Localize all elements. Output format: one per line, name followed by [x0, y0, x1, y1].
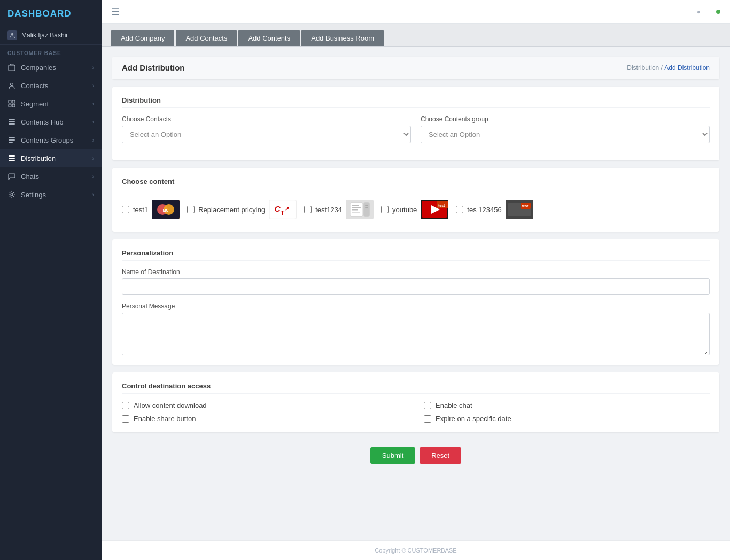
sidebar-item-companies-label: Companies: [21, 64, 56, 72]
svg-rect-4: [9, 100, 11, 103]
svg-rect-8: [9, 119, 15, 120]
content-checkbox-test1[interactable]: [122, 206, 129, 213]
svg-point-3: [11, 83, 13, 86]
topbar-right: ●───: [697, 9, 720, 15]
distribution-chevron: ›: [92, 155, 94, 161]
sidebar-item-settings-label: Settings: [21, 191, 46, 199]
svg-text:test: test: [522, 204, 529, 208]
add-business-room-tab[interactable]: Add Business Room: [301, 30, 384, 46]
svg-point-17: [11, 193, 13, 196]
content-thumb-tes123456: test: [506, 200, 533, 219]
choose-content-title: Choose content: [122, 177, 710, 189]
user-icon: [7, 30, 17, 40]
svg-text:test: test: [438, 204, 445, 207]
main-content: ☰ ●─── Add Company Add Contacts Add Cont…: [102, 0, 730, 560]
sidebar-item-contacts[interactable]: Contacts ›: [0, 76, 102, 95]
sidebar-item-segment-label: Segment: [21, 100, 49, 108]
distribution-section-title: Distribution: [122, 96, 710, 108]
sidebar-item-chats[interactable]: Chats ›: [0, 167, 102, 185]
svg-rect-2: [9, 65, 15, 71]
access-item-enable-share: Enable share button: [122, 415, 408, 423]
content-item-replacement: Replacement pricying C T ↗: [187, 200, 297, 219]
svg-rect-16: [9, 160, 15, 161]
add-company-tab[interactable]: Add Company: [111, 30, 174, 46]
svg-rect-31: [352, 212, 360, 213]
add-contents-tab[interactable]: Add Contents: [238, 30, 300, 46]
sidebar-item-settings[interactable]: Settings ›: [0, 185, 102, 204]
page-header: Add Distribution Distribution / Add Dist…: [112, 57, 719, 79]
content-label-test1: test1: [133, 206, 148, 214]
reset-button[interactable]: Reset: [420, 447, 461, 464]
svg-text:MC: MC: [163, 208, 169, 212]
control-access-title: Control destination access: [122, 382, 710, 394]
control-access-body: Control destination access Allow content…: [112, 372, 719, 432]
choose-contacts-select[interactable]: Select an Option: [122, 126, 411, 143]
breadcrumb: Distribution / Add Distribution: [627, 64, 710, 72]
customer-base-label: CUSTOMER BASE: [0, 45, 102, 58]
choose-content-card: Choose content test1 MC: [112, 168, 719, 232]
content-thumb-test1: MC: [152, 200, 180, 219]
content-checkbox-tes123456[interactable]: [456, 206, 463, 213]
sidebar-username: Malik Ijaz Bashir: [21, 32, 68, 39]
svg-rect-28: [352, 205, 359, 206]
svg-rect-15: [9, 158, 15, 159]
choose-contents-group-label: Choose Contents group: [421, 115, 710, 123]
sidebar-item-contacts-label: Contacts: [21, 82, 48, 90]
choose-contents-group-select[interactable]: Select an Option: [421, 126, 710, 143]
settings-icon: [7, 190, 16, 199]
expire-specific-date-label: Expire on a specific date: [436, 415, 511, 423]
content-label-replacement: Replacement pricying: [198, 206, 265, 214]
access-item-expire-date: Expire on a specific date: [424, 415, 710, 423]
sidebar-item-segment[interactable]: Segment ›: [0, 95, 102, 113]
svg-rect-7: [12, 104, 15, 107]
content-item-test1234: test1234: [304, 200, 374, 219]
personal-message-textarea[interactable]: [122, 313, 710, 355]
svg-text:T: T: [281, 209, 284, 216]
svg-point-1: [11, 33, 13, 35]
distribution-form-row: Choose Contacts Select an Option Choose …: [122, 115, 710, 143]
svg-text:↗: ↗: [285, 206, 289, 212]
svg-rect-32: [364, 203, 369, 216]
allow-content-download-checkbox[interactable]: [122, 402, 129, 409]
content-checkbox-youtube[interactable]: [381, 206, 389, 213]
content-checkbox-replacement[interactable]: [187, 206, 195, 213]
name-destination-input[interactable]: [122, 278, 710, 295]
contacts-chevron: ›: [92, 83, 94, 89]
sidebar-item-distribution[interactable]: Distribution ›: [0, 149, 102, 167]
content-checkbox-test1234[interactable]: [304, 206, 312, 213]
enable-share-button-label: Enable share button: [134, 415, 196, 423]
page-title: Add Distribution: [122, 63, 184, 72]
personalization-body: Personalization Name of Destination Pers…: [112, 239, 719, 365]
chats-chevron: ›: [92, 174, 94, 180]
sidebar-item-contents-hub[interactable]: Contents Hub ›: [0, 113, 102, 131]
svg-rect-13: [9, 142, 13, 143]
sidebar-item-companies[interactable]: Companies ›: [0, 58, 102, 76]
content-item-youtube: youtube test: [381, 200, 448, 219]
submit-button[interactable]: Submit: [370, 447, 415, 464]
sidebar-item-contents-groups[interactable]: Contents Groups ›: [0, 131, 102, 149]
personalization-title: Personalization: [122, 249, 710, 261]
contacts-icon: [7, 81, 16, 90]
choose-content-body: Choose content test1 MC: [112, 168, 719, 232]
breadcrumb-parent[interactable]: Distribution: [627, 64, 659, 72]
personalization-card: Personalization Name of Destination Pers…: [112, 239, 719, 365]
content-label-tes123456: tes 123456: [467, 206, 501, 214]
choose-contacts-label: Choose Contacts: [122, 115, 411, 123]
expire-specific-date-checkbox[interactable]: [424, 415, 431, 423]
add-contacts-tab[interactable]: Add Contacts: [176, 30, 237, 46]
content-thumb-youtube: test: [421, 200, 448, 219]
action-tabs: Add Company Add Contacts Add Contents Ad…: [102, 24, 730, 47]
sidebar-item-contents-groups-label: Contents Groups: [21, 136, 73, 144]
choose-contacts-group: Choose Contacts Select an Option: [122, 115, 411, 143]
hamburger-icon[interactable]: ☰: [111, 6, 120, 18]
svg-rect-29: [352, 207, 361, 208]
segment-chevron: ›: [92, 101, 94, 107]
companies-chevron: ›: [92, 65, 94, 71]
enable-chat-checkbox[interactable]: [424, 402, 431, 409]
access-grid: Allow content download Enable chat Enabl…: [122, 401, 710, 423]
control-access-card: Control destination access Allow content…: [112, 372, 719, 432]
chats-icon: [7, 172, 16, 181]
sidebar-item-chats-label: Chats: [21, 173, 39, 181]
enable-share-button-checkbox[interactable]: [122, 415, 129, 423]
content-thumb-replacement: C T ↗: [269, 200, 297, 219]
